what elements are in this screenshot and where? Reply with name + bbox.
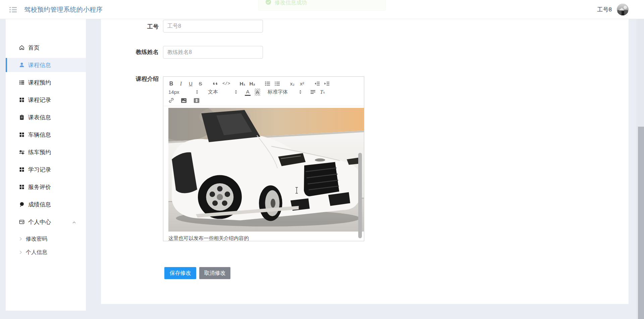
- clipboard-icon: [18, 114, 25, 121]
- menu-toggle-icon[interactable]: [9, 7, 17, 14]
- sidebar-item-score-info[interactable]: 成绩信息: [6, 197, 86, 211]
- unordered-list-button[interactable]: [274, 80, 280, 87]
- sidebar-item-course-info[interactable]: 课程信息: [6, 58, 86, 72]
- updown-arrows-icon: [299, 90, 302, 94]
- rich-text-editor: B I U S </> H₁ H₂: [163, 76, 364, 241]
- sidebar-item-personal-center[interactable]: 个人中心: [6, 215, 86, 229]
- app-title: 驾校预约管理系统的小程序: [24, 0, 103, 19]
- sidebar-item-practice-booking[interactable]: 练车预约: [6, 145, 86, 159]
- editor-toolbar: B I U S </> H₁ H₂: [163, 77, 364, 106]
- image-icon: [181, 98, 187, 103]
- sidebar-item-label: 练车预约: [28, 148, 51, 156]
- page-scrollbar-track[interactable]: [636, 0, 644, 319]
- chevron-up-icon: [72, 219, 76, 226]
- sidebar-item-label: 服务评价: [28, 183, 51, 191]
- font-color-button[interactable]: A: [245, 88, 251, 96]
- sidebar-subitem-personal-info[interactable]: 个人信息: [6, 246, 86, 259]
- text-format-select[interactable]: 文本: [208, 88, 237, 96]
- car-photo: [168, 108, 364, 232]
- field-label-coach-name: 教练姓名: [105, 49, 159, 56]
- sidebar-item-course-records[interactable]: 课程记录: [6, 93, 86, 107]
- sidebar-item-label: 成绩信息: [28, 201, 51, 208]
- subscript-button[interactable]: x₂: [289, 80, 295, 87]
- sidebar-subitem-label: 个人信息: [26, 249, 47, 256]
- outdent-icon: [314, 81, 320, 86]
- user-name[interactable]: 工号8: [597, 0, 612, 19]
- list-icon: [18, 79, 25, 86]
- coach-name-input[interactable]: [163, 46, 263, 59]
- superscript-button[interactable]: x²: [299, 80, 305, 87]
- updown-arrows-icon: [234, 90, 237, 94]
- user-icon: [18, 62, 25, 68]
- video-icon: [194, 98, 200, 103]
- check-circle-icon: [265, 0, 271, 6]
- sidebar-item-label: 课程记录: [28, 96, 51, 104]
- outdent-button[interactable]: [314, 80, 320, 87]
- sidebar-subitem-change-password[interactable]: 修改密码: [6, 232, 86, 246]
- grid-icon: [18, 184, 25, 190]
- font-size-select[interactable]: 14px: [168, 88, 199, 96]
- sidebar-item-timetable[interactable]: 课表信息: [6, 110, 86, 124]
- sidebar-item-label: 课程信息: [28, 61, 51, 69]
- sidebar-item-label: 课表信息: [28, 114, 51, 121]
- unordered-list-icon: [274, 81, 280, 86]
- strikethrough-button[interactable]: S: [198, 80, 203, 87]
- sidebar-nav: 首页 课程信息 课程预约 课程记录 课表信息 车辆信息 练车预约: [6, 19, 86, 311]
- sidebar-subitem-label: 修改密码: [26, 236, 47, 243]
- sidebar-item-vehicle-info[interactable]: 车辆信息: [6, 128, 86, 142]
- indent-button[interactable]: [324, 80, 330, 87]
- sidebar-item-course-booking[interactable]: 课程预约: [6, 75, 86, 89]
- h1-button[interactable]: H₁: [239, 80, 245, 87]
- medal-icon: [18, 201, 25, 208]
- sidebar-item-home[interactable]: 首页: [6, 41, 86, 55]
- link-icon: [168, 98, 174, 103]
- h2-button[interactable]: H₂: [249, 80, 255, 87]
- grid-icon: [18, 166, 25, 173]
- bg-color-button[interactable]: A: [255, 88, 260, 96]
- grid-icon: [18, 97, 25, 103]
- toolbar-row-3: [163, 96, 364, 105]
- field-label-staff-id: 工号: [105, 23, 159, 30]
- quote-button[interactable]: [213, 80, 218, 87]
- cancel-button[interactable]: 取消修改: [199, 267, 230, 279]
- bold-button[interactable]: B: [168, 80, 174, 87]
- staff-id-input[interactable]: [163, 20, 263, 33]
- page-scrollbar-thumb[interactable]: [638, 127, 644, 319]
- indent-icon: [324, 81, 330, 86]
- italic-button[interactable]: I: [178, 80, 184, 87]
- editor-text: 这里也可以发布一些相关介绍内容的: [168, 235, 364, 242]
- code-button[interactable]: </>: [222, 80, 230, 87]
- editor-scrollbar-thumb[interactable]: [358, 153, 362, 238]
- clear-format-button[interactable]: Tx: [320, 88, 325, 96]
- sidebar-item-label: 课程预约: [28, 79, 51, 86]
- toolbar-row-1: B I U S </> H₁ H₂: [163, 79, 364, 88]
- grid-icon: [18, 131, 25, 138]
- sidebar-item-label: 首页: [28, 44, 40, 52]
- align-left-icon: [310, 90, 316, 94]
- editor-content-area[interactable]: 这里也可以发布一些相关介绍内容的: [163, 106, 364, 241]
- success-toast: 修改信息成功: [258, 0, 386, 11]
- sidebar-item-label: 车辆信息: [28, 131, 51, 139]
- user-avatar[interactable]: [617, 4, 629, 15]
- sidebar-item-study-records[interactable]: 学习记录: [6, 163, 86, 177]
- image-button[interactable]: [181, 97, 187, 104]
- align-button[interactable]: [310, 88, 316, 96]
- sliders-icon: [18, 149, 25, 155]
- sidebar-item-label: 学习记录: [28, 166, 51, 174]
- field-label-course-intro: 课程介绍: [105, 75, 159, 83]
- toolbar-row-2: 14px 文本 A A 标准字体: [163, 88, 364, 96]
- sidebar-item-service-reviews[interactable]: 服务评价: [6, 180, 86, 194]
- link-button[interactable]: [168, 97, 174, 104]
- video-button[interactable]: [194, 97, 200, 104]
- chevron-right-icon: [19, 237, 22, 241]
- text-cursor-icon: [295, 187, 298, 195]
- underline-button[interactable]: U: [188, 80, 194, 87]
- card-icon: [18, 218, 25, 225]
- ordered-list-button[interactable]: [265, 80, 270, 87]
- toast-message: 修改信息成功: [275, 0, 307, 6]
- font-family-select[interactable]: 标准字体: [268, 88, 302, 96]
- ordered-list-icon: [265, 81, 270, 86]
- save-button[interactable]: 保存修改: [164, 267, 196, 279]
- chevron-right-icon: [19, 250, 22, 254]
- sidebar-item-label: 个人中心: [28, 218, 51, 226]
